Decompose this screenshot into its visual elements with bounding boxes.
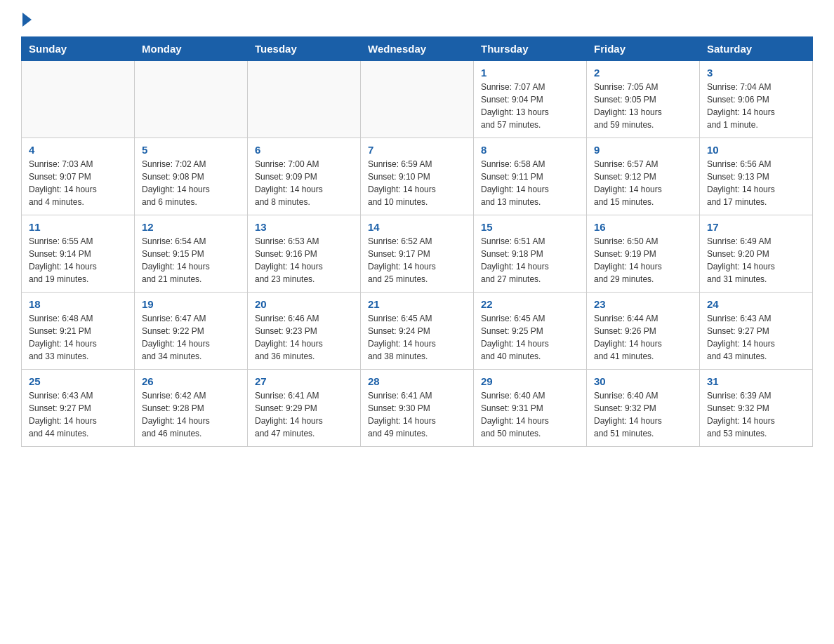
day-number: 10 [707,144,805,156]
day-number: 7 [368,144,466,156]
calendar-header-monday: Monday [135,37,248,61]
day-info: Sunrise: 6:57 AM Sunset: 9:12 PM Dayligh… [594,158,692,208]
calendar-cell: 8Sunrise: 6:58 AM Sunset: 9:11 PM Daylig… [474,138,587,215]
calendar-cell [361,61,474,138]
calendar-cell: 7Sunrise: 6:59 AM Sunset: 9:10 PM Daylig… [361,138,474,215]
calendar-week-row: 4Sunrise: 7:03 AM Sunset: 9:07 PM Daylig… [22,138,813,215]
day-info: Sunrise: 6:51 AM Sunset: 9:18 PM Dayligh… [481,235,579,286]
day-info: Sunrise: 6:50 AM Sunset: 9:19 PM Dayligh… [594,235,692,286]
day-number: 11 [29,221,127,233]
calendar-cell: 16Sunrise: 6:50 AM Sunset: 9:19 PM Dayli… [587,215,700,293]
day-info: Sunrise: 7:03 AM Sunset: 9:07 PM Dayligh… [29,158,127,208]
day-number: 28 [368,375,466,387]
calendar-header-tuesday: Tuesday [248,37,361,61]
calendar-header-row: SundayMondayTuesdayWednesdayThursdayFrid… [22,37,813,61]
day-number: 16 [594,221,692,233]
calendar-cell: 27Sunrise: 6:41 AM Sunset: 9:29 PM Dayli… [248,370,361,447]
day-info: Sunrise: 6:45 AM Sunset: 9:25 PM Dayligh… [481,312,579,363]
calendar-cell: 10Sunrise: 6:56 AM Sunset: 9:13 PM Dayli… [700,138,813,215]
calendar-cell: 20Sunrise: 6:46 AM Sunset: 9:23 PM Dayli… [248,293,361,370]
calendar-cell: 14Sunrise: 6:52 AM Sunset: 9:17 PM Dayli… [361,215,474,293]
day-info: Sunrise: 6:59 AM Sunset: 9:10 PM Dayligh… [368,158,466,208]
calendar-cell: 3Sunrise: 7:04 AM Sunset: 9:06 PM Daylig… [700,61,813,138]
day-number: 26 [142,375,240,387]
calendar-week-row: 25Sunrise: 6:43 AM Sunset: 9:27 PM Dayli… [22,370,813,447]
logo-arrow-icon [22,13,32,27]
day-number: 23 [594,298,692,310]
day-info: Sunrise: 7:07 AM Sunset: 9:04 PM Dayligh… [481,81,579,131]
calendar-cell: 5Sunrise: 7:02 AM Sunset: 9:08 PM Daylig… [135,138,248,215]
day-info: Sunrise: 6:58 AM Sunset: 9:11 PM Dayligh… [481,158,579,208]
day-number: 1 [481,67,579,79]
day-number: 12 [142,221,240,233]
day-info: Sunrise: 7:05 AM Sunset: 9:05 PM Dayligh… [594,81,692,131]
calendar-cell: 13Sunrise: 6:53 AM Sunset: 9:16 PM Dayli… [248,215,361,293]
day-number: 20 [255,298,353,310]
day-info: Sunrise: 6:41 AM Sunset: 9:30 PM Dayligh… [368,389,466,440]
calendar-week-row: 11Sunrise: 6:55 AM Sunset: 9:14 PM Dayli… [22,215,813,293]
calendar-cell: 31Sunrise: 6:39 AM Sunset: 9:32 PM Dayli… [700,370,813,447]
day-number: 9 [594,144,692,156]
day-number: 19 [142,298,240,310]
calendar-cell [135,61,248,138]
calendar-header-wednesday: Wednesday [361,37,474,61]
day-info: Sunrise: 7:04 AM Sunset: 9:06 PM Dayligh… [707,81,805,131]
day-number: 5 [142,144,240,156]
calendar-cell: 23Sunrise: 6:44 AM Sunset: 9:26 PM Dayli… [587,293,700,370]
calendar-cell: 25Sunrise: 6:43 AM Sunset: 9:27 PM Dayli… [22,370,135,447]
calendar-week-row: 18Sunrise: 6:48 AM Sunset: 9:21 PM Dayli… [22,293,813,370]
calendar-cell: 29Sunrise: 6:40 AM Sunset: 9:31 PM Dayli… [474,370,587,447]
day-number: 3 [707,67,805,79]
day-info: Sunrise: 6:54 AM Sunset: 9:15 PM Dayligh… [142,235,240,286]
day-info: Sunrise: 6:43 AM Sunset: 9:27 PM Dayligh… [707,312,805,363]
day-info: Sunrise: 6:40 AM Sunset: 9:31 PM Dayligh… [481,389,579,440]
calendar-cell: 26Sunrise: 6:42 AM Sunset: 9:28 PM Dayli… [135,370,248,447]
day-number: 4 [29,144,127,156]
day-number: 6 [255,144,353,156]
calendar-cell [248,61,361,138]
calendar-cell: 21Sunrise: 6:45 AM Sunset: 9:24 PM Dayli… [361,293,474,370]
day-number: 22 [481,298,579,310]
day-info: Sunrise: 7:02 AM Sunset: 9:08 PM Dayligh… [142,158,240,208]
day-info: Sunrise: 6:49 AM Sunset: 9:20 PM Dayligh… [707,235,805,286]
calendar-header-thursday: Thursday [474,37,587,61]
calendar-cell: 6Sunrise: 7:00 AM Sunset: 9:09 PM Daylig… [248,138,361,215]
day-info: Sunrise: 6:56 AM Sunset: 9:13 PM Dayligh… [707,158,805,208]
calendar-cell: 24Sunrise: 6:43 AM Sunset: 9:27 PM Dayli… [700,293,813,370]
day-info: Sunrise: 6:42 AM Sunset: 9:28 PM Dayligh… [142,389,240,440]
day-info: Sunrise: 6:41 AM Sunset: 9:29 PM Dayligh… [255,389,353,440]
calendar-cell [22,61,135,138]
page-header [21,14,813,25]
day-info: Sunrise: 6:40 AM Sunset: 9:32 PM Dayligh… [594,389,692,440]
day-info: Sunrise: 6:43 AM Sunset: 9:27 PM Dayligh… [29,389,127,440]
day-info: Sunrise: 6:48 AM Sunset: 9:21 PM Dayligh… [29,312,127,363]
calendar-header-sunday: Sunday [22,37,135,61]
day-number: 25 [29,375,127,387]
day-number: 18 [29,298,127,310]
day-info: Sunrise: 6:45 AM Sunset: 9:24 PM Dayligh… [368,312,466,363]
calendar-cell: 22Sunrise: 6:45 AM Sunset: 9:25 PM Dayli… [474,293,587,370]
day-number: 27 [255,375,353,387]
calendar-cell: 9Sunrise: 6:57 AM Sunset: 9:12 PM Daylig… [587,138,700,215]
day-info: Sunrise: 6:52 AM Sunset: 9:17 PM Dayligh… [368,235,466,286]
day-info: Sunrise: 7:00 AM Sunset: 9:09 PM Dayligh… [255,158,353,208]
calendar-cell: 12Sunrise: 6:54 AM Sunset: 9:15 PM Dayli… [135,215,248,293]
calendar-cell: 17Sunrise: 6:49 AM Sunset: 9:20 PM Dayli… [700,215,813,293]
day-number: 29 [481,375,579,387]
calendar-week-row: 1Sunrise: 7:07 AM Sunset: 9:04 PM Daylig… [22,61,813,138]
calendar-header-friday: Friday [587,37,700,61]
day-info: Sunrise: 6:44 AM Sunset: 9:26 PM Dayligh… [594,312,692,363]
day-info: Sunrise: 6:53 AM Sunset: 9:16 PM Dayligh… [255,235,353,286]
day-info: Sunrise: 6:47 AM Sunset: 9:22 PM Dayligh… [142,312,240,363]
calendar-table: SundayMondayTuesdayWednesdayThursdayFrid… [21,36,813,447]
calendar-cell: 28Sunrise: 6:41 AM Sunset: 9:30 PM Dayli… [361,370,474,447]
day-number: 14 [368,221,466,233]
calendar-cell: 19Sunrise: 6:47 AM Sunset: 9:22 PM Dayli… [135,293,248,370]
day-number: 15 [481,221,579,233]
day-number: 31 [707,375,805,387]
calendar-cell: 2Sunrise: 7:05 AM Sunset: 9:05 PM Daylig… [587,61,700,138]
day-number: 30 [594,375,692,387]
day-number: 2 [594,67,692,79]
calendar-cell: 15Sunrise: 6:51 AM Sunset: 9:18 PM Dayli… [474,215,587,293]
calendar-cell: 11Sunrise: 6:55 AM Sunset: 9:14 PM Dayli… [22,215,135,293]
